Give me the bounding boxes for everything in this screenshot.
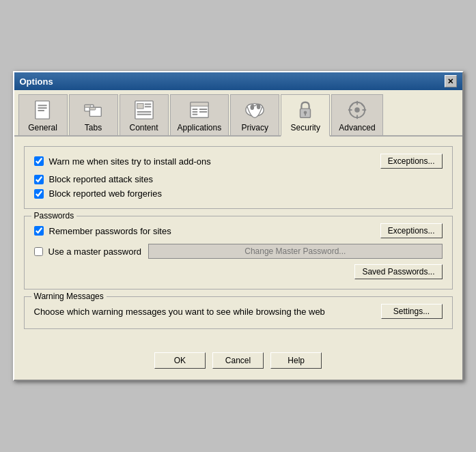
svg-rect-1 bbox=[38, 105, 46, 107]
block-attack-checkbox[interactable] bbox=[34, 175, 44, 184]
remember-passwords-label: Remember passwords for sites bbox=[49, 226, 171, 236]
svg-rect-12 bbox=[137, 111, 151, 113]
title-bar: Options ✕ bbox=[14, 72, 462, 90]
tab-content[interactable]: Content bbox=[120, 94, 169, 135]
svg-rect-16 bbox=[193, 109, 198, 110]
block-attack-row: Block reported attack sites bbox=[34, 174, 443, 184]
advanced-icon bbox=[346, 99, 368, 121]
svg-point-28 bbox=[354, 107, 360, 113]
window-title: Options bbox=[20, 76, 53, 87]
content-area: Warn me when sites try to install add-on… bbox=[14, 137, 462, 343]
passwords-group-label: Passwords bbox=[31, 211, 77, 221]
remember-passwords-checkbox[interactable] bbox=[34, 226, 44, 236]
tab-security-label: Security bbox=[291, 123, 320, 132]
block-forgery-row: Block reported web forgeries bbox=[34, 188, 443, 199]
close-button[interactable]: ✕ bbox=[445, 75, 457, 87]
passwords-group: Passwords Remember passwords for sites E… bbox=[24, 216, 453, 289]
svg-rect-7 bbox=[89, 107, 95, 110]
svg-rect-13 bbox=[137, 114, 151, 115]
block-forgery-checkbox[interactable] bbox=[34, 189, 44, 199]
svg-rect-32 bbox=[362, 109, 366, 111]
tab-security[interactable]: Security bbox=[281, 94, 330, 137]
tab-general-label: General bbox=[28, 123, 57, 132]
svg-rect-31 bbox=[348, 109, 352, 111]
svg-rect-17 bbox=[193, 111, 198, 113]
tab-applications[interactable]: Applications bbox=[170, 94, 229, 135]
master-password-checkbox[interactable] bbox=[34, 247, 43, 256]
tab-privacy[interactable]: Privacy bbox=[230, 94, 279, 135]
svg-rect-15 bbox=[191, 102, 208, 107]
exceptions-button-1[interactable]: Exceptions... bbox=[380, 154, 443, 169]
tab-applications-label: Applications bbox=[178, 123, 222, 132]
general-icon bbox=[32, 99, 54, 121]
warning-messages-label: Warning Messages bbox=[31, 292, 107, 301]
ok-button[interactable]: OK bbox=[154, 352, 206, 369]
warn-addons-checkbox[interactable] bbox=[34, 156, 44, 166]
master-password-label: Use a master password bbox=[48, 246, 142, 257]
remember-passwords-row: Remember passwords for sites Exceptions.… bbox=[34, 223, 443, 238]
cancel-button[interactable]: Cancel bbox=[212, 352, 264, 369]
security-icon bbox=[294, 99, 316, 121]
tabs-icon bbox=[83, 99, 104, 121]
svg-point-23 bbox=[257, 104, 261, 110]
svg-rect-19 bbox=[199, 109, 207, 110]
warn-addons-left: Warn me when sites try to install add-on… bbox=[34, 156, 211, 167]
privacy-icon bbox=[244, 99, 266, 121]
master-password-left: Use a master password bbox=[34, 246, 142, 257]
tab-content-label: Content bbox=[129, 123, 158, 132]
svg-rect-30 bbox=[356, 115, 358, 119]
tab-tabs-label: Tabs bbox=[85, 123, 102, 132]
warning-messages-group: Warning Messages Choose which warning me… bbox=[24, 296, 453, 329]
footer-buttons: OK Cancel Help bbox=[14, 343, 462, 380]
block-attack-label: Block reported attack sites bbox=[49, 174, 153, 184]
svg-rect-26 bbox=[305, 113, 306, 116]
change-master-password-input[interactable] bbox=[148, 244, 442, 259]
saved-passwords-button[interactable]: Saved Passwords... bbox=[354, 264, 442, 279]
svg-rect-2 bbox=[38, 107, 46, 109]
remember-passwords-left: Remember passwords for sites bbox=[34, 226, 171, 236]
master-password-row: Use a master password bbox=[34, 244, 443, 259]
svg-rect-20 bbox=[199, 111, 207, 113]
svg-rect-10 bbox=[144, 104, 150, 105]
warning-messages-inner: Choose which warning messages you want t… bbox=[34, 304, 443, 319]
svg-rect-18 bbox=[193, 114, 198, 115]
tab-advanced-label: Advanced bbox=[339, 123, 375, 132]
tab-advanced[interactable]: Advanced bbox=[331, 94, 382, 135]
tab-general[interactable]: General bbox=[18, 94, 68, 135]
tab-privacy-label: Privacy bbox=[242, 123, 268, 132]
svg-rect-11 bbox=[144, 106, 150, 107]
options-window: Options ✕ General bbox=[13, 71, 464, 381]
warning-description: Choose which warning messages you want t… bbox=[34, 307, 374, 317]
warn-addons-label: Warn me when sites try to install add-on… bbox=[49, 156, 211, 167]
warning-description-text: Choose which warning messages you want t… bbox=[34, 307, 325, 317]
tab-tabs[interactable]: Tabs bbox=[69, 94, 118, 135]
saved-passwords-row: Saved Passwords... bbox=[34, 264, 443, 279]
applications-icon bbox=[188, 99, 210, 121]
svg-rect-29 bbox=[356, 101, 358, 105]
warn-addons-row: Warn me when sites try to install add-on… bbox=[34, 154, 443, 169]
settings-button[interactable]: Settings... bbox=[381, 304, 443, 319]
warnings-group: Warn me when sites try to install add-on… bbox=[24, 146, 453, 209]
svg-point-22 bbox=[251, 105, 255, 111]
svg-rect-9 bbox=[137, 104, 143, 109]
help-button[interactable]: Help bbox=[270, 352, 322, 369]
svg-rect-3 bbox=[38, 110, 44, 111]
exceptions-button-2[interactable]: Exceptions... bbox=[380, 223, 443, 238]
tab-bar: General Tabs bbox=[14, 90, 462, 137]
svg-rect-6 bbox=[84, 105, 89, 108]
content-icon bbox=[133, 99, 155, 121]
block-forgery-label: Block reported web forgeries bbox=[49, 188, 162, 199]
